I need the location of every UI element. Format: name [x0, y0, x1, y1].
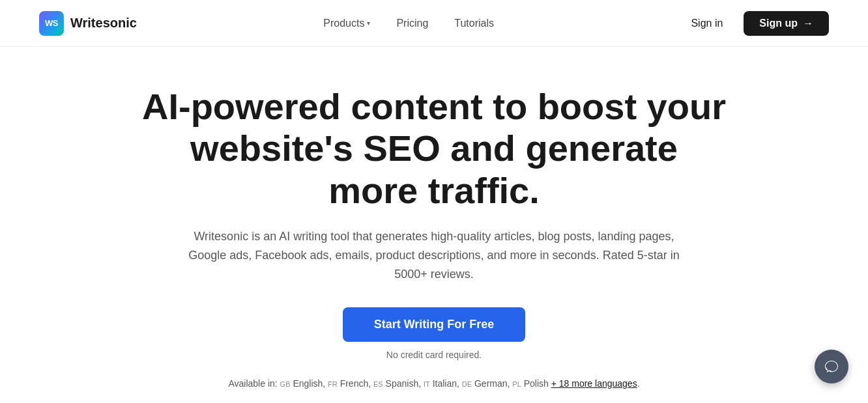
- lang-fr: FR French,: [328, 378, 371, 389]
- sign-up-button[interactable]: Sign up →: [744, 11, 829, 36]
- more-languages-link[interactable]: + 18 more languages: [551, 378, 637, 389]
- chat-icon: [824, 359, 839, 374]
- nav-pricing[interactable]: Pricing: [386, 12, 439, 35]
- logo-text: Writesonic: [70, 16, 137, 31]
- lang-gb: GB English,: [280, 378, 326, 389]
- site-header: WS Writesonic Products ▾ Pricing Tutoria…: [0, 0, 868, 47]
- hero-subtitle: Writesonic is an AI writing tool that ge…: [186, 227, 682, 283]
- nav-products[interactable]: Products ▾: [313, 12, 381, 35]
- no-credit-label: No credit card required.: [386, 350, 482, 360]
- hero-title: AI-powered content to boost your website…: [141, 86, 727, 212]
- chevron-down-icon: ▾: [367, 20, 370, 27]
- main-nav: Products ▾ Pricing Tutorials: [313, 12, 504, 35]
- lang-it: IT Italian,: [424, 378, 459, 389]
- languages-line: Available in: GB English, FR French, ES …: [228, 378, 639, 389]
- lang-pl: PL Polish: [512, 378, 549, 389]
- nav-tutorials[interactable]: Tutorials: [444, 12, 504, 35]
- lang-de: DE German,: [462, 378, 510, 389]
- logo-icon: WS: [39, 11, 64, 36]
- arrow-icon: →: [803, 18, 813, 29]
- hero-section: AI-powered content to boost your website…: [0, 47, 868, 403]
- logo[interactable]: WS Writesonic: [39, 11, 137, 36]
- header-actions: Sign in Sign up →: [680, 11, 829, 36]
- chat-widget[interactable]: [815, 350, 848, 383]
- lang-es: ES Spanish,: [373, 378, 421, 389]
- cta-button[interactable]: Start Writing For Free: [343, 307, 526, 342]
- sign-in-button[interactable]: Sign in: [680, 12, 733, 35]
